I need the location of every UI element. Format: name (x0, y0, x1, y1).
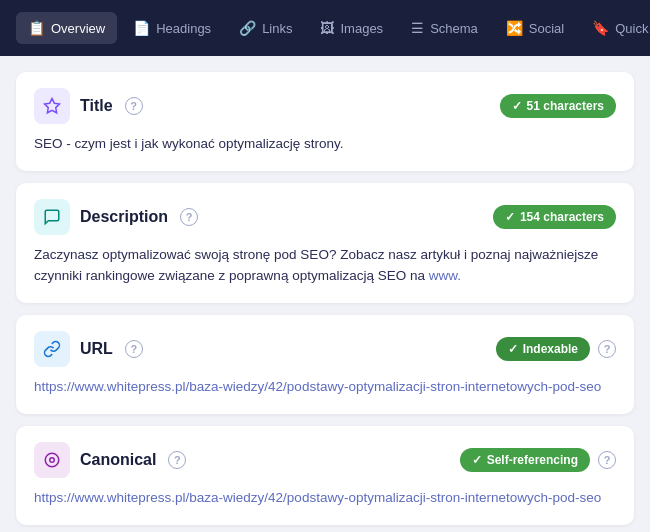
social-icon: 🔀 (506, 20, 523, 36)
links-icon: 🔗 (239, 20, 256, 36)
top-navigation: 📋 Overview 📄 Headings 🔗 Links 🖼 Images ☰… (0, 0, 650, 56)
canonical-value[interactable]: https://www.whitepress.pl/baza-wiedzy/42… (34, 490, 601, 505)
canonical-badge-text: Self-referencing (487, 453, 578, 467)
canonical-card-body: https://www.whitepress.pl/baza-wiedzy/42… (34, 488, 616, 509)
title-check-icon: ✓ (512, 99, 522, 113)
nav-item-images[interactable]: 🖼 Images (308, 12, 395, 44)
url-card-title-group: URL ? (34, 331, 143, 367)
title-badge-text: 51 characters (527, 99, 604, 113)
svg-point-8 (45, 453, 59, 467)
description-check-icon: ✓ (505, 210, 515, 224)
url-card-header: URL ? ✓ Indexable ? (34, 331, 616, 367)
url-check-icon: ✓ (508, 342, 518, 356)
url-card-title: URL (80, 340, 113, 358)
nav-label-headings: Headings (156, 21, 211, 36)
nav-label-social: Social (529, 21, 564, 36)
nav-item-quick-links[interactable]: 🔖 Quick Links (580, 12, 650, 44)
url-value[interactable]: https://www.whitepress.pl/baza-wiedzy/42… (34, 379, 601, 394)
description-card-title: Description (80, 208, 168, 226)
description-card: Description ? ✓ 154 characters Zaczynasz… (16, 183, 634, 303)
canonical-card-title: Canonical (80, 451, 156, 469)
title-card-title: Title (80, 97, 113, 115)
title-value: SEO - czym jest i jak wykonać optymaliza… (34, 136, 344, 151)
canonical-badge: ✓ Self-referencing (460, 448, 590, 472)
images-icon: 🖼 (320, 20, 334, 36)
url-badge-group: ✓ Indexable ? (496, 337, 616, 361)
nav-item-overview[interactable]: 📋 Overview (16, 12, 117, 44)
canonical-help-icon[interactable]: ? (168, 451, 186, 469)
canonical-card: Canonical ? ✓ Self-referencing ? https:/… (16, 426, 634, 525)
description-help-icon[interactable]: ? (180, 208, 198, 226)
nav-label-overview: Overview (51, 21, 105, 36)
overview-icon: 📋 (28, 20, 45, 36)
svg-point-7 (50, 457, 55, 462)
nav-item-links[interactable]: 🔗 Links (227, 12, 304, 44)
title-card-body: SEO - czym jest i jak wykonać optymaliza… (34, 134, 616, 155)
canonical-icon (34, 442, 70, 478)
canonical-card-header: Canonical ? ✓ Self-referencing ? (34, 442, 616, 478)
nav-item-social[interactable]: 🔀 Social (494, 12, 576, 44)
canonical-badge-help-icon[interactable]: ? (598, 451, 616, 469)
title-card-title-group: Title ? (34, 88, 143, 124)
nav-label-schema: Schema (430, 21, 478, 36)
svg-marker-6 (45, 99, 60, 113)
main-content: Title ? ✓ 51 characters SEO - czym jest … (0, 56, 650, 532)
headings-icon: 📄 (133, 20, 150, 36)
canonical-card-title-group: Canonical ? (34, 442, 186, 478)
canonical-badge-group: ✓ Self-referencing ? (460, 448, 616, 472)
nav-label-images: Images (340, 21, 383, 36)
quick-links-icon: 🔖 (592, 20, 609, 36)
schema-icon: ☰ (411, 20, 424, 36)
title-card: Title ? ✓ 51 characters SEO - czym jest … (16, 72, 634, 171)
description-badge-text: 154 characters (520, 210, 604, 224)
description-card-header: Description ? ✓ 154 characters (34, 199, 616, 235)
url-icon (34, 331, 70, 367)
nav-label-quick-links: Quick Links (615, 21, 650, 36)
description-value: Zaczynasz optymalizować swoją stronę pod… (34, 247, 598, 283)
title-badge: ✓ 51 characters (500, 94, 616, 118)
url-badge-text: Indexable (523, 342, 578, 356)
url-card: URL ? ✓ Indexable ? https://www.whitepre… (16, 315, 634, 414)
title-help-icon[interactable]: ? (125, 97, 143, 115)
canonical-check-icon: ✓ (472, 453, 482, 467)
description-badge: ✓ 154 characters (493, 205, 616, 229)
nav-item-headings[interactable]: 📄 Headings (121, 12, 223, 44)
title-card-header: Title ? ✓ 51 characters (34, 88, 616, 124)
description-card-title-group: Description ? (34, 199, 198, 235)
url-help-icon[interactable]: ? (125, 340, 143, 358)
description-card-body: Zaczynasz optymalizować swoją stronę pod… (34, 245, 616, 287)
description-icon (34, 199, 70, 235)
title-icon (34, 88, 70, 124)
nav-label-links: Links (262, 21, 292, 36)
nav-item-schema[interactable]: ☰ Schema (399, 12, 490, 44)
url-card-body: https://www.whitepress.pl/baza-wiedzy/42… (34, 377, 616, 398)
url-badge-help-icon[interactable]: ? (598, 340, 616, 358)
url-badge: ✓ Indexable (496, 337, 590, 361)
